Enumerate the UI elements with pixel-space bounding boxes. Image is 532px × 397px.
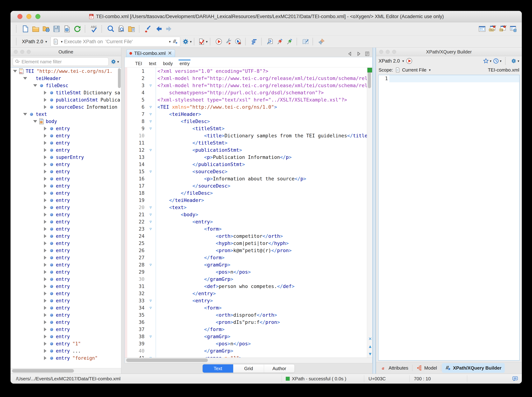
- outline-tree-item[interactable]: sourceDescInformation: [11, 104, 121, 111]
- breadcrumb-item-text[interactable]: text: [149, 59, 156, 66]
- code-line[interactable]: 35 <orth>disproof</orth>: [125, 311, 367, 318]
- collapse-arrow-icon[interactable]: [22, 77, 28, 80]
- code-line[interactable]: 14 </publicationStmt>: [125, 161, 367, 168]
- expand-arrow-icon[interactable]: [43, 141, 48, 145]
- outline-tree-item[interactable]: entry: [11, 290, 121, 297]
- tab-attributes[interactable]: aAttributes: [377, 363, 412, 373]
- outline-tree-item[interactable]: entry"foreign": [11, 354, 121, 362]
- code-line[interactable]: 12▽ <publicationStmt>: [125, 146, 367, 154]
- outline-tree-item[interactable]: entry: [11, 190, 121, 197]
- code-editor[interactable]: 1<?xml version="1.0" encoding="UTF-8"?>2…: [125, 68, 373, 358]
- code-line[interactable]: 20▽ <text>: [125, 204, 367, 211]
- outline-tree-item[interactable]: entry: [11, 132, 121, 139]
- expand-arrow-icon[interactable]: [43, 134, 48, 138]
- outline-horizontal-scrollbar[interactable]: [11, 368, 121, 374]
- code-line[interactable]: 19 </teiHeader>: [125, 197, 367, 204]
- right-splitter[interactable]: [373, 48, 376, 374]
- pin-red-button[interactable]: [275, 37, 285, 46]
- code-line[interactable]: 30 </gramGrp>: [125, 275, 367, 283]
- expand-arrow-icon[interactable]: [43, 306, 48, 310]
- minimize-window-button[interactable]: [26, 14, 32, 19]
- element-filter-input[interactable]: [21, 59, 107, 65]
- find-in-files-button[interactable]: [116, 24, 126, 34]
- expand-arrow-icon[interactable]: [43, 349, 48, 353]
- code-line[interactable]: 38▽ <gramGrp>: [125, 333, 367, 340]
- expand-arrow-icon[interactable]: [43, 227, 48, 231]
- outline-tree-item[interactable]: fileDesc: [11, 82, 121, 89]
- code-line[interactable]: 27 </form>: [125, 254, 367, 261]
- xpath-settings-button[interactable]: ▾: [182, 37, 192, 46]
- xpath-version-dropdown[interactable]: XPath 2.0: [379, 58, 400, 64]
- expand-arrow-icon[interactable]: [43, 170, 48, 174]
- fold-toggle-icon[interactable]: ▽: [146, 169, 156, 174]
- history-clock-button[interactable]: ▾: [493, 57, 501, 65]
- outline-splitter[interactable]: [121, 48, 125, 374]
- fold-toggle-icon[interactable]: ▽: [146, 219, 156, 224]
- expand-arrow-icon[interactable]: [43, 213, 48, 217]
- fold-toggle-icon[interactable]: ▽: [146, 262, 156, 267]
- documentation-button[interactable]: [301, 37, 310, 46]
- code-line[interactable]: 25 <hyph>com|peti|tor</hyph>: [125, 240, 367, 247]
- builder-content[interactable]: [389, 75, 519, 360]
- spell-check-button[interactable]: ABC: [89, 24, 99, 34]
- fold-toggle-icon[interactable]: ▽: [146, 205, 156, 210]
- message-icon[interactable]: [512, 376, 518, 382]
- expand-arrow-icon[interactable]: [43, 256, 48, 260]
- code-line[interactable]: 11 </titleStmt>: [125, 139, 367, 146]
- fold-navigation[interactable]: ✕▲▼: [368, 336, 372, 356]
- expand-arrow-icon[interactable]: [43, 205, 48, 210]
- code-line[interactable]: 24 <orth>competitor</orth>: [125, 232, 367, 240]
- expand-arrow-icon[interactable]: [43, 184, 48, 188]
- outline-vertical-scrollbar[interactable]: [118, 68, 121, 88]
- validate-button[interactable]: ▾: [198, 37, 208, 46]
- code-line[interactable]: 6▽<TEI xmlns="http://www.tei-c.org/ns/1.…: [125, 103, 367, 111]
- breadcrumb-item-entry[interactable]: entry: [179, 59, 190, 66]
- debug-xslt-button[interactable]: XSLT: [487, 24, 498, 34]
- new-document-button[interactable]: [20, 24, 31, 34]
- outline-tree-item[interactable]: entry: [11, 326, 121, 333]
- fold-toggle-icon[interactable]: ▽: [146, 105, 156, 109]
- collapse-arrow-icon[interactable]: [32, 84, 38, 87]
- save-button[interactable]: [51, 24, 62, 34]
- fold-toggle-icon[interactable]: ▽: [146, 83, 156, 87]
- expand-arrow-icon[interactable]: [43, 198, 48, 202]
- expand-arrow-icon[interactable]: [43, 127, 48, 130]
- outline-tree-item[interactable]: entry: [11, 218, 121, 225]
- outline-tree-item[interactable]: entry...: [11, 347, 121, 354]
- outline-tree-item[interactable]: text: [11, 111, 121, 118]
- outline-tree-item[interactable]: entry: [11, 204, 121, 211]
- expand-arrow-icon[interactable]: [43, 270, 48, 274]
- save-to-url-button[interactable]: [62, 24, 72, 34]
- expand-arrow-icon[interactable]: [43, 234, 48, 238]
- code-line[interactable]: 40 </gramGrp>: [125, 347, 367, 354]
- expand-arrow-icon[interactable]: [43, 177, 48, 181]
- outline-tree-item[interactable]: entry: [11, 139, 121, 147]
- outline-tree-item[interactable]: teiHeader: [11, 75, 121, 82]
- outline-tree-item[interactable]: entry: [11, 211, 121, 218]
- expand-arrow-icon[interactable]: [43, 162, 48, 166]
- collapse-arrow-icon[interactable]: [22, 113, 28, 116]
- expand-arrow-icon[interactable]: [43, 98, 48, 102]
- expand-arrow-icon[interactable]: [43, 292, 48, 296]
- expand-arrow-icon[interactable]: [43, 241, 48, 245]
- outline-tree-item[interactable]: entry: [11, 297, 121, 304]
- run-xpath-button[interactable]: [406, 58, 413, 64]
- xpath-version-dropdown[interactable]: XPath 2.0 ▾: [20, 39, 49, 44]
- expand-arrow-icon[interactable]: [43, 105, 48, 109]
- code-line[interactable]: 9▽ <titleStmt>: [125, 125, 367, 132]
- outline-tree-item[interactable]: entry: [11, 147, 121, 154]
- outline-tree-item[interactable]: publicationStmtPublica: [11, 96, 121, 104]
- fold-toggle-icon[interactable]: ▽: [146, 112, 156, 116]
- fold-toggle-icon[interactable]: ▽: [146, 298, 156, 303]
- outline-tree-item[interactable]: entry: [11, 333, 121, 340]
- fold-nav-icon[interactable]: ▼: [368, 351, 372, 356]
- chevron-down-icon[interactable]: ▾: [169, 40, 171, 44]
- outline-tree-item[interactable]: entry: [11, 240, 121, 247]
- code-line[interactable]: 34▽ <form>: [125, 304, 367, 311]
- expand-arrow-icon[interactable]: [43, 191, 48, 195]
- tab-model[interactable]: Model: [413, 363, 440, 373]
- expand-arrow-icon[interactable]: [43, 248, 48, 253]
- tab-xpath-xquery-builder[interactable]: XPath/XQuery Builder: [442, 363, 505, 373]
- gear-button[interactable]: ▾: [511, 57, 519, 65]
- configure-transformation-button[interactable]: [224, 37, 233, 46]
